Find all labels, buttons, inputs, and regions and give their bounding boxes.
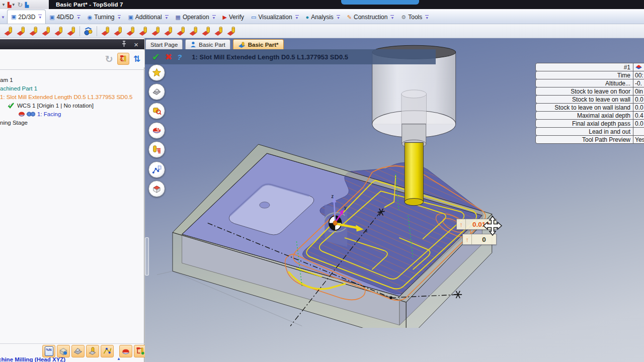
tool-holder-icon[interactable] (86, 345, 99, 357)
surface-milling-icon[interactable] (200, 25, 212, 37)
chevron-down-icon: ▼ (295, 15, 299, 20)
menu-additional[interactable]: ▣Additional▼ (124, 11, 172, 24)
operations-toolbar (0, 24, 644, 38)
cancel-icon[interactable]: ✖ (165, 52, 172, 62)
search-tools-icon[interactable] (82, 25, 95, 37)
menu-operation[interactable]: ▦Operation▼ (172, 11, 219, 24)
overlay-banner-button[interactable] (341, 0, 419, 5)
sweep-milling-icon[interactable] (162, 25, 175, 37)
operations-structure-icon[interactable] (117, 53, 129, 65)
topsolid-window: ▼ ▙▼ ↻ ▙ Basic Part* - TopSolid 7 ▼ ▣2D/… (0, 0, 644, 362)
param-row[interactable]: Stock to leave on wall island0.0 (535, 103, 644, 112)
3d-viewport[interactable]: z y x Start PageBasic PartBasi (145, 38, 644, 362)
favorites-button[interactable] (148, 64, 165, 81)
tab-start-page[interactable]: Start Page (145, 39, 183, 49)
menu-overflow-icon[interactable]: ▼ (0, 15, 7, 24)
result-stock-button[interactable] (148, 180, 165, 197)
side-milling-icon[interactable] (15, 25, 27, 37)
face-milling-icon[interactable] (2, 25, 15, 37)
param-value[interactable]: Yes (633, 136, 644, 143)
move-cursor-icon (481, 215, 504, 237)
zigzag-milling-icon[interactable] (124, 25, 137, 37)
document-tabs: Start PageBasic PartBasic Part* (145, 39, 284, 49)
machining-tool-button[interactable] (148, 122, 165, 139)
menu-construction[interactable]: ✎Construction▼ (344, 11, 398, 24)
combined-milling-2-icon[interactable] (225, 25, 237, 37)
refresh-icon[interactable]: ↻ (18, 1, 23, 8)
stock-icon[interactable] (57, 345, 70, 357)
tree-item[interactable]: achined Part 1 (0, 84, 144, 93)
sort-operations-icon[interactable]: ⇅ (133, 54, 140, 64)
quick-access-dropdown-icon[interactable]: ▼ (2, 1, 6, 8)
flank-milling-icon[interactable] (149, 25, 162, 37)
tree-item[interactable]: ning Stage (0, 118, 144, 127)
contouring-icon[interactable] (112, 25, 124, 37)
tab-basic-part-[interactable]: Basic Part* (233, 39, 284, 49)
parallel-milling-icon[interactable] (137, 25, 149, 37)
machining-tool-icon[interactable] (119, 345, 132, 357)
save-icon[interactable]: ▙▼ (8, 1, 16, 8)
axis-label-x: x (365, 228, 368, 234)
confirm-icon[interactable]: ✔ (152, 51, 160, 63)
param-value[interactable] (633, 128, 644, 135)
param-row[interactable]: Lead in and out (535, 127, 644, 136)
window-title: Basic Part* - TopSolid 7 (49, 0, 130, 9)
operations-tree: am 1achined Part 11: Slot Mill Extended … (0, 75, 144, 127)
param-row[interactable]: #1 (535, 63, 644, 71)
param-value[interactable]: 0.0 (633, 120, 644, 127)
tree-item[interactable]: 1: Facing (0, 110, 144, 118)
menu-4d-5d[interactable]: ▣4D/5D▼ (46, 11, 84, 24)
help-icon[interactable]: ? (177, 53, 182, 61)
spiral-milling-icon[interactable] (40, 25, 52, 37)
param-value[interactable]: 0.4 (633, 112, 644, 119)
param-value[interactable]: 00: (633, 71, 644, 79)
param-value[interactable]: 0.0 (633, 104, 644, 111)
thread-milling-icon[interactable] (27, 25, 40, 37)
machined-part-button[interactable] (148, 83, 165, 100)
tree-item-label: 1: Slot Mill Extended Length D0.5 L1.377… (0, 94, 132, 100)
tab-basic-part[interactable]: Basic Part (185, 39, 230, 49)
menu-turning[interactable]: ◉Turning▼ (84, 11, 125, 24)
pin-icon[interactable] (121, 41, 127, 48)
param-row[interactable]: Altitude...-0. (535, 79, 644, 87)
plunge-milling-icon[interactable] (52, 25, 65, 37)
param-row[interactable]: Tool Path PreviewYes (535, 135, 644, 144)
param-value[interactable]: -0. (633, 79, 644, 87)
tree-item[interactable]: WCS 1 [Origin 1 | No rotation] (0, 101, 144, 110)
param-label: Stock to leave on wall (536, 96, 633, 103)
menu-tools[interactable]: ⚙Tools▼ (397, 11, 432, 24)
strategy-button[interactable] (148, 161, 165, 178)
param-value[interactable] (633, 63, 644, 71)
machined-part-icon[interactable] (71, 345, 85, 357)
menu-verify[interactable]: ▶Verify (219, 11, 248, 24)
param-row[interactable]: Maximal axial depth0.4 (535, 111, 644, 120)
menu-analysis[interactable]: ●Analysis▼ (302, 11, 344, 24)
menu-visualization[interactable]: ▭Visualization▼ (248, 11, 302, 24)
menu-2d-3d[interactable]: ▣2D/3D▼ (7, 10, 46, 24)
collapse-arrow-icon[interactable]: ▲ (117, 356, 121, 361)
drop-milling-icon[interactable] (187, 25, 200, 37)
tool-search-button[interactable] (148, 103, 165, 119)
close-icon[interactable]: × (134, 41, 138, 48)
toolpath-vector-icon[interactable] (101, 345, 114, 357)
tree-item-label: am 1 (0, 77, 13, 83)
param-value[interactable]: 0.0 (633, 96, 644, 103)
cutting-depths-button[interactable] (148, 141, 165, 158)
param-label: Time (536, 72, 633, 79)
param-row[interactable]: Final axial depth pass0.0 (535, 119, 644, 128)
roughing-icon[interactable] (99, 25, 112, 37)
engraving-icon[interactable] (65, 25, 77, 37)
refresh-tree-icon[interactable]: ↻ (105, 53, 113, 65)
nc-program-icon[interactable]: %N (42, 345, 55, 357)
pencil-milling-icon[interactable] (175, 25, 187, 37)
param-label: Final axial depth pass (536, 120, 633, 127)
param-row[interactable]: Time00: (535, 71, 644, 79)
combined-milling-icon[interactable] (212, 25, 225, 37)
viewport-scrollbar[interactable] (145, 237, 149, 276)
tree-item[interactable]: am 1 (0, 75, 144, 84)
param-row[interactable]: Stock to leave on wall0.0 (535, 95, 644, 104)
param-value[interactable]: 0in (633, 87, 644, 95)
chevron-down-icon: ▼ (38, 15, 42, 19)
param-row[interactable]: Stock to leave on floor0in (535, 87, 644, 96)
tree-item[interactable]: 1: Slot Mill Extended Length D0.5 L1.377… (0, 93, 144, 101)
